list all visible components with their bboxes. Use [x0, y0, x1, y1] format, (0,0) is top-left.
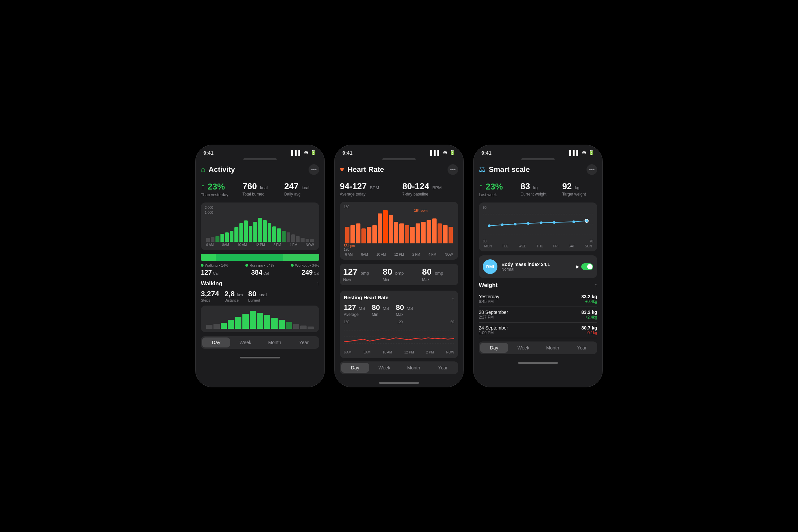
weight-date-1: 28 September	[479, 309, 508, 315]
steps-value: 3,274	[201, 290, 219, 298]
tab-month-3[interactable]: Month	[539, 343, 567, 353]
bmi-subtitle: Normal	[501, 267, 572, 272]
status-bar-3: 9:41 ▌▌▌ ⊛ 🔋	[474, 145, 603, 158]
distance-label: Distance	[225, 298, 243, 302]
hr-stats-row: 94-127 BPM Average today 80-124 BPM 7-da…	[340, 182, 458, 196]
scale-icon: ⚖	[479, 165, 486, 174]
wbar-12	[293, 324, 300, 329]
hr-title-group: ♥ Heart Rate	[340, 165, 384, 174]
screen-content-2: ♥ Heart Rate ••• 94-127 BPM Average toda…	[335, 162, 463, 379]
wbar-0	[206, 325, 212, 329]
hr-baseline-label: 7-day baseline	[402, 192, 458, 196]
hr-more-btn[interactable]: •••	[448, 164, 458, 175]
bar-13	[268, 223, 271, 242]
scale-header: ⚖ Smart scale •••	[479, 162, 597, 176]
svg-point-9	[514, 223, 517, 225]
stat-avg: 247 kcal Daily avg	[284, 182, 319, 197]
signal-icon-1: ▌▌▌	[291, 150, 302, 156]
activity-more-btn[interactable]: •••	[308, 164, 319, 175]
weight-time-1: 2:27 PM	[479, 315, 494, 320]
wbar-9	[271, 318, 278, 329]
scale-title-group: ⚖ Smart scale	[479, 165, 530, 174]
weight-date-2: 24 September	[479, 325, 508, 330]
tab-month-2[interactable]: Month	[400, 363, 428, 373]
scale-more-btn[interactable]: •••	[587, 164, 597, 175]
activity-bar-chart	[206, 215, 314, 242]
scale-stats-row: ↑ 23% Last week 83 kg Current weight 92 …	[479, 182, 597, 197]
progress-workout	[283, 254, 319, 261]
tab-year-2[interactable]: Year	[429, 363, 457, 373]
hrbar-3	[361, 228, 366, 243]
bmi-card: BMI Body mass index 24,1 Normal ▶	[479, 255, 597, 278]
dot-running	[245, 264, 248, 267]
activity-icon: ⌂	[201, 165, 205, 174]
bar-10	[253, 222, 257, 242]
hrbar-14	[421, 222, 425, 243]
tab-week-2[interactable]: Week	[370, 363, 398, 373]
svg-point-12	[553, 221, 556, 224]
tab-day-2[interactable]: Day	[341, 363, 369, 373]
resting-min: 80 MS Min	[372, 304, 389, 317]
tab-year-3[interactable]: Year	[568, 343, 596, 353]
bar-11	[258, 218, 262, 242]
activity-title: Activity	[208, 165, 235, 174]
notch-3	[521, 158, 555, 160]
burned-stat: 80 kcal Burned	[248, 290, 267, 302]
hrbar-0	[345, 227, 349, 243]
weight-delta-0: +0.4kg	[585, 299, 597, 304]
activity-chart: 2 000 1 000	[201, 203, 319, 250]
weight-x-labels: MON TUE WED THU FRI SAT SUN	[483, 244, 593, 248]
bar-18	[291, 234, 295, 242]
resting-share-icon[interactable]: ↑	[452, 296, 454, 302]
weight-section-title: Weight	[479, 282, 497, 289]
bar-15	[277, 228, 281, 242]
hr-baseline-stat: 80-124 BPM 7-day baseline	[402, 182, 458, 196]
hr-y-180: 180	[344, 205, 349, 209]
tab-month-1[interactable]: Month	[261, 338, 289, 347]
hr-min: 80 bmp Min	[383, 267, 416, 282]
bmi-icon: BMI	[483, 259, 497, 274]
activity-x-labels: 6 AM 8AM 10 AM 12 PM 2 PM 4 PM NOW	[205, 243, 315, 247]
dot-workout	[291, 264, 293, 267]
hr-min-value: 80 bmp	[383, 267, 416, 277]
svg-point-13	[573, 221, 575, 223]
tab-day-1[interactable]: Day	[202, 338, 230, 347]
tab-year-1[interactable]: Year	[290, 338, 318, 347]
resting-min-lbl: Min	[372, 312, 389, 317]
tab-week-3[interactable]: Week	[509, 343, 537, 353]
tab-day-3[interactable]: Day	[480, 343, 508, 353]
hrbar-10	[399, 224, 404, 243]
walking-share-icon[interactable]: ↑	[317, 281, 319, 287]
bar-4	[225, 232, 229, 242]
walking-stats: 3,274 Steps 2,8 km Distance 80 kcal Burn…	[201, 290, 319, 302]
weight-time-0: 6:45 PM	[479, 299, 494, 304]
activity-title-group: ⌂ Activity	[201, 165, 235, 174]
max-bpm-label: 164 bpm	[414, 209, 428, 212]
hr-y-120: 120	[344, 248, 349, 251]
hr-title: Heart Rate	[347, 165, 384, 174]
weight-delta-1: +2.4kg	[585, 315, 597, 320]
activity-stats-row: ↑ 23% Than yesterday 760 kcal Total burn…	[201, 182, 319, 197]
bar-6	[234, 227, 238, 242]
hr-max: 80 bmp Max	[422, 267, 455, 282]
bar-14	[272, 226, 276, 242]
hrbar-9	[394, 222, 398, 243]
legend-walking: Walking • 14%	[201, 263, 228, 267]
wbar-11	[286, 322, 292, 329]
bar-12	[263, 220, 267, 242]
play-icon: ▶	[576, 264, 579, 269]
activity-progress-bar	[201, 254, 319, 261]
wbar-13	[300, 325, 307, 329]
notch-1	[243, 158, 277, 160]
weight-share-icon[interactable]: ↑	[594, 282, 597, 288]
bmi-toggle[interactable]	[581, 263, 593, 270]
bar-1	[211, 237, 214, 242]
bar-7	[240, 223, 243, 242]
home-indicator-1	[240, 357, 280, 358]
steps-label: Steps	[201, 298, 219, 302]
hr-chart: 180 164 bpm	[340, 202, 458, 260]
tab-week-1[interactable]: Week	[231, 338, 259, 347]
weight-kg-0: 83.2 kg	[582, 294, 597, 299]
time-3: 9:41	[481, 150, 491, 156]
screens-container: 9:41 ▌▌▌ ⊛ 🔋 ⌂ Activity ••• ↑ 23% Than y…	[189, 131, 609, 400]
